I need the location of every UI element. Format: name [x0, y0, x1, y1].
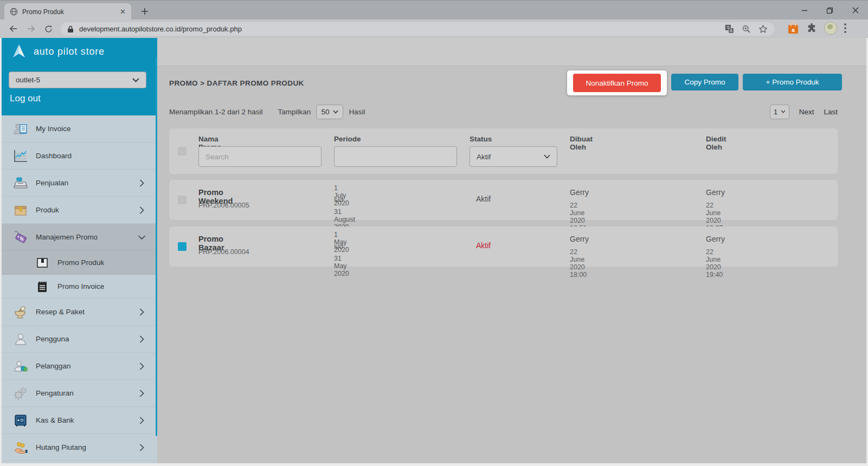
row-checkbox[interactable] [178, 196, 187, 204]
created-by: Gerry [570, 188, 589, 197]
cash-register-icon [12, 176, 29, 190]
results-row: Menampilkan 1-2 dari 2 hasil Tampilkan 5… [169, 104, 365, 119]
page-size-select[interactable]: 50 [316, 105, 343, 119]
results-count-text: Menampilkan 1-2 dari 2 hasil [169, 108, 263, 116]
chevron-right-icon [139, 390, 144, 397]
sidebar-item-dashboard[interactable]: Dashboard [0, 143, 157, 170]
sidebar-item-label: Promo Invoice [57, 282, 104, 290]
page-number-select[interactable]: 1 [770, 105, 789, 119]
hand-coins-icon [12, 441, 29, 455]
minimize-icon[interactable] [792, 1, 817, 20]
sidebar-item-hutang-piutang[interactable]: Hutang Piutang [0, 434, 157, 461]
tab-close-icon[interactable]: ✕ [120, 8, 126, 15]
sidebar-item-pengaturan[interactable]: Pengaturan [0, 380, 157, 407]
address-bar[interactable]: development.autopilotstore.co.id/promo_p… [61, 22, 774, 36]
box-outline-icon [34, 256, 51, 269]
close-icon[interactable] [843, 1, 868, 20]
search-nama-promo-input[interactable] [198, 146, 322, 167]
reload-icon[interactable] [41, 22, 55, 36]
show-label: Tampilkan [278, 108, 311, 116]
breadcrumb: PROMO > DAFTAR PROMO PRODUK [169, 79, 304, 87]
chevron-down-icon [781, 110, 786, 113]
menu-kebab-icon[interactable] [844, 23, 846, 33]
notebook-icon [34, 280, 51, 293]
promo-code: PRP.2006.00005 [198, 202, 249, 209]
url-text: development.autopilotstore.co.id/promo_p… [79, 25, 717, 33]
user-icon [12, 332, 29, 346]
sidebar-item-my-invoice[interactable]: My Invoice [0, 115, 157, 143]
add-promo-produk-button[interactable]: + Promo Produk [743, 74, 842, 90]
page-size-value: 50 [321, 108, 329, 116]
page-number-value: 1 [774, 108, 778, 116]
gears-icon [12, 386, 29, 400]
status-filter-select[interactable]: Aktif [470, 146, 557, 167]
browser-tab[interactable]: Promo Produk ✕ [4, 3, 131, 20]
period-separator: s/d [334, 196, 343, 204]
created-at: 22 June 2020 18:00 [570, 248, 587, 279]
sidebar-item-resep-paket[interactable]: Resep & Paket [0, 299, 157, 326]
sidebar-item-produk[interactable]: Produk [0, 197, 157, 224]
promo-code: PRP.2006.00004 [198, 248, 249, 256]
sidebar-item-label: Manajemen Promo [36, 233, 98, 241]
deactivate-promo-button[interactable]: Nonaktifkan Promo [573, 74, 661, 92]
sidebar-item-promo-produk[interactable]: Promo Produk [0, 251, 157, 275]
sidebar-item-label: Dashboard [36, 152, 72, 160]
new-tab-button[interactable] [139, 5, 151, 17]
chevron-down-icon [132, 78, 139, 82]
sidebar-item-label: Pengaturan [36, 389, 74, 397]
sidebar-header: auto pilot store outlet-5 Log out [0, 38, 157, 115]
status-value: Aktif [470, 195, 491, 203]
spotlight-highlight: Nonaktifkan Promo [567, 70, 667, 95]
copy-promo-button[interactable]: Copy Promo [671, 74, 738, 90]
sidebar-item-label: Produk [36, 206, 59, 214]
main-content: PROMO > DAFTAR PROMO PRODUK Nonaktifkan … [157, 38, 868, 463]
back-icon[interactable] [7, 22, 21, 36]
sidebar-item-penjualan[interactable]: Penjualan [0, 170, 157, 197]
translate-icon[interactable] [725, 24, 734, 34]
chevron-right-icon [139, 444, 144, 451]
favicon-globe-icon [10, 8, 18, 16]
period-end: 31 May 2020 [334, 255, 349, 277]
pagination-last[interactable]: Last [824, 108, 838, 116]
table-row[interactable]: Promo Bazaar PRP.2006.00004 1 May 2020 s… [169, 226, 838, 267]
box-icon [12, 203, 29, 217]
browser-titlebar: Promo Produk ✕ [0, 0, 868, 20]
lock-icon[interactable] [67, 25, 74, 33]
shop-extension-icon[interactable]: a [787, 22, 799, 35]
window-edge-left [0, 38, 2, 466]
pagination: 1 Next Last [770, 104, 838, 119]
sidebar-item-label: My Invoice [36, 125, 71, 133]
sidebar-item-label: Pelanggan [36, 362, 71, 370]
sidebar-item-pengguna[interactable]: Pengguna [0, 326, 157, 353]
edited-at: 22 June 2020 19:40 [706, 248, 723, 279]
bookmark-star-icon[interactable] [758, 24, 768, 34]
extensions-puzzle-icon[interactable] [806, 23, 817, 34]
pagination-next[interactable]: Next [799, 108, 814, 116]
sidebar-item-kas-bank[interactable]: Kas & Bank [0, 407, 157, 434]
forward-icon[interactable] [24, 22, 38, 36]
zoom-icon[interactable] [742, 24, 751, 34]
sidebar-item-manajemen-promo[interactable]: % Manajemen Promo [0, 224, 157, 251]
edited-by: Gerry [706, 235, 725, 243]
window-controls [792, 1, 868, 20]
row-checkbox[interactable] [178, 242, 187, 251]
table-row[interactable]: Promo Weekend PRP.2006.00005 1 July 2020… [169, 180, 838, 220]
sidebar-item-label: Pengguna [36, 335, 69, 343]
column-header-dibuat-oleh: Dibuat Oleh [570, 135, 593, 151]
sidebar: auto pilot store outlet-5 Log out My Inv… [0, 38, 157, 463]
chevron-right-icon [139, 308, 144, 316]
logout-link[interactable]: Log out [10, 93, 41, 104]
outlet-select[interactable]: outlet-5 [9, 72, 146, 88]
invoice-person-icon [12, 122, 29, 136]
column-header-status: Status [470, 135, 492, 143]
select-all-checkbox[interactable] [178, 147, 187, 156]
sidebar-item-label: Hutang Piutang [36, 443, 86, 451]
restore-icon[interactable] [817, 1, 843, 20]
safe-icon [12, 413, 29, 428]
svg-text:a: a [792, 27, 795, 33]
periode-filter-input[interactable] [334, 146, 457, 167]
sidebar-item-pelanggan[interactable]: Pelanggan [0, 353, 157, 380]
sidebar-item-promo-invoice[interactable]: Promo Invoice [0, 275, 157, 299]
profile-avatar[interactable] [824, 22, 837, 35]
chevron-right-icon [139, 335, 144, 343]
